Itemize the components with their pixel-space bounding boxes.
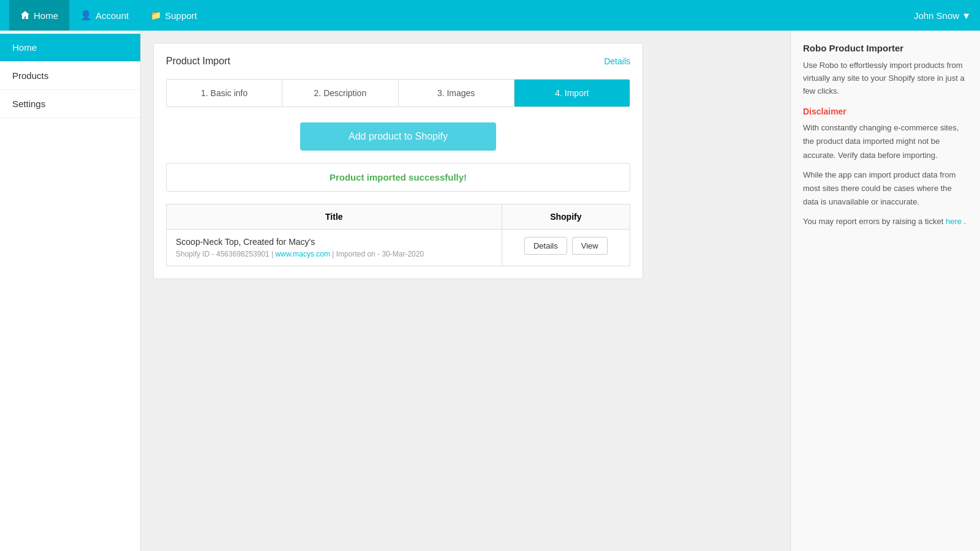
step-import[interactable]: 4. Import (514, 80, 630, 107)
import-card: Product Import Details 1. Basic info 2. … (153, 43, 643, 279)
chevron-down-icon: ▼ (962, 10, 971, 21)
nav-support-label: Support (165, 10, 197, 21)
product-meta: Shopify ID - 4563698253901 | www.macys.c… (176, 250, 492, 258)
sidebar: Home Products Settings (0, 31, 141, 551)
topnav: Home 👤 Account 📁 Support John Snow ▼ (0, 0, 980, 31)
disclaimer-paragraph-1: With constantly changing e-commerce site… (803, 121, 968, 162)
shopify-id: Shopify ID - 4563698253901 (176, 250, 270, 258)
source-link[interactable]: www.macys.com (276, 250, 330, 258)
import-card-title: Product Import (166, 56, 230, 67)
user-icon: 👤 (80, 10, 92, 21)
sidebar-item-settings[interactable]: Settings (0, 90, 140, 118)
disclaimer-text: With constantly changing e-commerce site… (803, 121, 968, 228)
nav-home[interactable]: Home (9, 0, 69, 31)
product-title: Scoop-Neck Top, Created for Macy's (176, 237, 492, 247)
folder-icon: 📁 (151, 10, 161, 20)
step-basic-info[interactable]: 1. Basic info (167, 80, 282, 107)
nav-account[interactable]: 👤 Account (69, 0, 140, 31)
details-button[interactable]: Details (524, 237, 567, 255)
success-message-box: Product imported successfully! (166, 163, 630, 192)
view-button[interactable]: View (572, 237, 608, 255)
col-title: Title (167, 204, 502, 230)
user-menu[interactable]: John Snow ▼ (914, 10, 971, 21)
disclaimer-paragraph-3: You may report errors by raising a ticke… (803, 215, 968, 228)
product-table: Title Shopify Scoop-Neck Top, Created fo… (166, 204, 630, 266)
disclaimer-period: . (964, 217, 967, 226)
sidebar-item-home[interactable]: Home (0, 34, 140, 62)
table-header-row: Title Shopify (167, 204, 630, 230)
product-info-cell: Scoop-Neck Top, Created for Macy's Shopi… (167, 230, 502, 266)
disclaimer-paragraph-2: While the app can import product data fr… (803, 168, 968, 209)
main-content: Product Import Details 1. Basic info 2. … (141, 31, 790, 551)
step-images[interactable]: 3. Images (399, 80, 514, 107)
imported-on: Imported on - 30-Mar-2020 (336, 250, 424, 258)
right-panel: Robo Product Importer Use Robo to effort… (790, 31, 980, 551)
shopify-actions: Details View (511, 237, 620, 255)
details-link[interactable]: Details (604, 56, 630, 66)
step-description[interactable]: 2. Description (282, 80, 398, 107)
username-label: John Snow (914, 10, 959, 21)
main-layout: Home Products Settings Product Import De… (0, 31, 980, 551)
right-panel-title: Robo Product Importer (803, 43, 968, 53)
right-panel-description: Use Robo to effortlessly import products… (803, 59, 968, 97)
add-product-button[interactable]: Add product to Shopify (300, 122, 496, 151)
table-row: Scoop-Neck Top, Created for Macy's Shopi… (167, 230, 630, 266)
col-shopify: Shopify (502, 204, 630, 230)
success-message-text: Product imported successfully! (330, 172, 467, 182)
nav-account-label: Account (96, 10, 129, 21)
shopify-actions-cell: Details View (502, 230, 630, 266)
disclaimer-link[interactable]: here (946, 217, 962, 226)
sidebar-item-products[interactable]: Products (0, 62, 140, 90)
import-card-header: Product Import Details (166, 56, 630, 67)
home-icon (20, 10, 30, 20)
nav-home-label: Home (34, 10, 58, 21)
disclaimer-text3: You may report errors by raising a ticke… (803, 217, 943, 226)
steps-container: 1. Basic info 2. Description 3. Images 4… (166, 79, 630, 107)
nav-support[interactable]: 📁 Support (140, 0, 208, 31)
disclaimer-title: Disclaimer (803, 107, 968, 116)
